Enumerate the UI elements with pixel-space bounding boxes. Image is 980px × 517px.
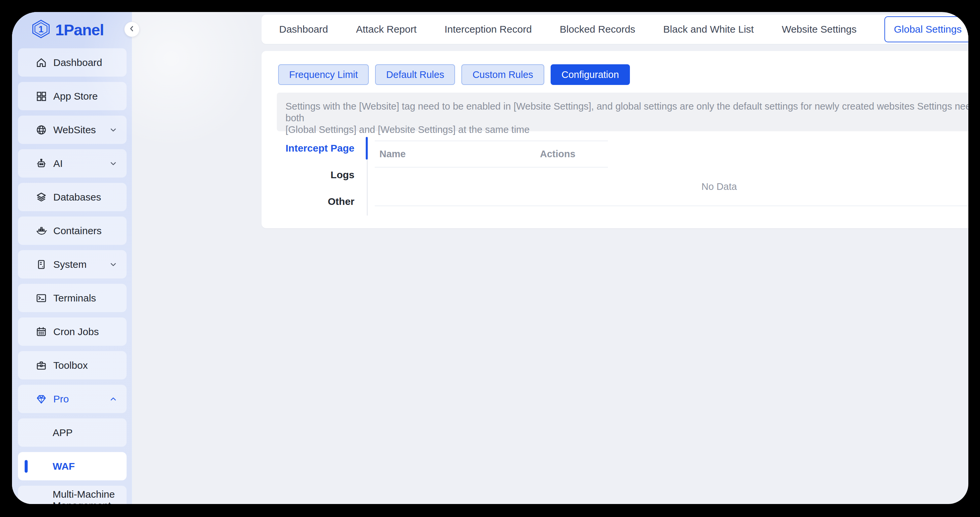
subnav-item-logs[interactable]: Logs [261, 162, 355, 188]
chevron-up-icon [108, 395, 118, 404]
subnav-item-intercept-page[interactable]: Intercept Page [261, 135, 355, 162]
tab-attack-report[interactable]: Attack Report [356, 24, 417, 35]
sidebar-item-label: System [53, 259, 108, 270]
tab-black-and-white-list[interactable]: Black and White List [663, 24, 754, 35]
chevron-down-icon [108, 159, 118, 168]
chevron-left-icon [127, 24, 136, 34]
table-empty-state: No Data [375, 167, 968, 206]
server-icon [35, 259, 47, 270]
sidebar-item-ai[interactable]: AI [18, 149, 127, 178]
configuration-button[interactable]: Configuration [550, 64, 630, 85]
waf-tab-bar: DashboardAttack ReportInterception Recor… [261, 15, 968, 44]
hexagon-1-logo-icon: 1 [31, 19, 51, 40]
intercept-page-table: Name Actions No Data [375, 141, 968, 206]
sidebar-item-label: Multi-Machine Management [52, 489, 118, 504]
tab-global-settings[interactable]: Global Settings [885, 16, 968, 42]
robot-icon [35, 157, 47, 170]
sidebar-item-label: APP [52, 427, 118, 438]
column-header-actions: Actions [540, 149, 575, 159]
globe-icon [35, 124, 47, 136]
layers-icon [35, 191, 47, 203]
tab-dashboard[interactable]: Dashboard [279, 24, 328, 35]
brand-logo: 1 1Panel [31, 20, 104, 39]
sidebar-item-label: Pro [53, 393, 108, 405]
sidebar-item-label: App Store [53, 91, 118, 102]
global-settings-panel: Frequency LimitDefault RulesCustom Rules… [261, 51, 968, 228]
chevron-down-icon [108, 260, 118, 269]
sidebar-item-label: Toolbox [53, 360, 118, 371]
frequency-limit-button[interactable]: Frequency Limit [278, 64, 369, 85]
tab-blocked-records[interactable]: Blocked Records [560, 24, 635, 35]
table-header-row: Name Actions [375, 141, 608, 167]
notice-line-1: Settings with the [Website] tag need to … [285, 100, 968, 124]
docker-icon [35, 225, 47, 237]
sidebar-collapse-button[interactable] [124, 22, 140, 37]
sidebar-item-websites[interactable]: WebSites [18, 116, 127, 144]
svg-text:1: 1 [38, 24, 43, 34]
sidebar-item-label: Terminals [53, 293, 118, 304]
configuration-subnav: Intercept PageLogsOther [261, 135, 355, 215]
notice-line-2: [Global Settings] and [Website Settings]… [285, 124, 968, 135]
sidebar-menu: DashboardApp StoreWebSitesAIDatabasesCon… [18, 48, 127, 504]
sidebar-item-label: WAF [52, 461, 118, 472]
diamond-icon [35, 393, 47, 405]
sidebar-item-toolbox[interactable]: Toolbox [18, 351, 127, 379]
column-header-name: Name [375, 149, 540, 159]
sidebar-item-waf[interactable]: WAF [18, 452, 127, 480]
sidebar-item-label: WebSites [53, 124, 108, 135]
sidebar-item-multi-machine-management[interactable]: Multi-Machine Management [18, 486, 127, 504]
terminal-icon [35, 292, 47, 304]
active-item-indicator [25, 460, 28, 473]
sidebar: 1 1Panel DashboardApp StoreWebSitesAIDat… [12, 12, 132, 504]
sidebar-item-terminals[interactable]: Terminals [18, 284, 127, 312]
subnav-item-other[interactable]: Other [261, 188, 355, 215]
default-rules-button[interactable]: Default Rules [375, 64, 455, 85]
sidebar-item-app-store[interactable]: App Store [18, 82, 127, 110]
brand-name: 1Panel [55, 21, 104, 39]
sidebar-item-label: Cron Jobs [53, 326, 118, 337]
sidebar-item-label: Databases [53, 191, 118, 203]
sidebar-item-label: Containers [53, 225, 118, 237]
sidebar-item-pro[interactable]: Pro [18, 385, 127, 413]
sidebar-item-label: AI [53, 158, 108, 169]
calendar-icon [35, 326, 47, 338]
briefcase-icon [35, 360, 47, 371]
chevron-down-icon [108, 125, 118, 135]
custom-rules-button[interactable]: Custom Rules [461, 64, 544, 85]
sidebar-item-dashboard[interactable]: Dashboard [18, 48, 127, 76]
app-window: 1 1Panel DashboardApp StoreWebSitesAIDat… [12, 12, 968, 504]
sidebar-item-cron-jobs[interactable]: Cron Jobs [18, 317, 127, 346]
settings-notice: Settings with the [Website] tag need to … [277, 92, 968, 131]
sidebar-item-label: Dashboard [53, 57, 118, 68]
grid-icon [35, 90, 47, 102]
tab-interception-record[interactable]: Interception Record [445, 24, 532, 35]
sidebar-item-system[interactable]: System [18, 250, 127, 278]
home-icon [35, 57, 47, 68]
tab-website-settings[interactable]: Website Settings [782, 24, 857, 35]
settings-filter-group: Frequency LimitDefault RulesCustom Rules… [278, 64, 630, 85]
sidebar-item-containers[interactable]: Containers [18, 216, 127, 245]
sidebar-item-app[interactable]: APP [18, 418, 127, 447]
subnav-active-indicator [366, 137, 368, 159]
sidebar-item-databases[interactable]: Databases [18, 183, 127, 211]
main-area: DashboardAttack ReportInterception Recor… [132, 12, 968, 504]
